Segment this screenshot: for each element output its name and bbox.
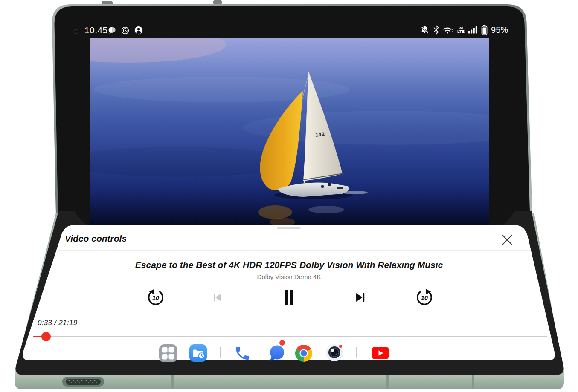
taskbar-divider [356, 347, 357, 358]
video-title: Escape to the Best of 4K HDR 120FPS Dolb… [0, 260, 578, 270]
previous-track-button[interactable] [211, 291, 224, 304]
battery-percent: 95% [491, 25, 508, 35]
playback-time: 0:33 / 21:19 [38, 319, 77, 327]
status-left-icons [107, 26, 143, 35]
close-icon[interactable] [501, 234, 513, 246]
notifications-off-icon [420, 25, 430, 35]
antenna-seam [171, 375, 174, 389]
bluetooth-icon [433, 25, 439, 35]
device-frame: 142 ⎯⎯ [0, 0, 578, 392]
svg-text:10: 10 [421, 294, 428, 301]
youtube-app-icon[interactable] [372, 347, 389, 359]
antenna-seam [472, 375, 474, 389]
files-app-icon[interactable] [189, 344, 207, 362]
hinge-nub-right [213, 0, 222, 4]
panel-drag-handle[interactable] [277, 227, 301, 229]
messages-app-icon[interactable] [268, 344, 286, 362]
taskbar-divider [220, 347, 221, 358]
messages-notification-dot [279, 340, 285, 346]
seek-bar-thumb[interactable] [41, 332, 51, 341]
chrome-app-icon[interactable] [295, 345, 312, 362]
signal-strength-icon [468, 26, 478, 34]
wifi-icon [443, 25, 454, 35]
screenshot-stage: 142 ⎯⎯ [0, 0, 578, 392]
music-spiral-icon [121, 26, 130, 35]
speaker-grille [62, 377, 104, 387]
rewind-10-button[interactable]: 10 [146, 288, 166, 307]
account-icon [134, 26, 143, 35]
antenna-seam [386, 375, 389, 389]
front-camera [74, 29, 78, 34]
header-divider [57, 250, 531, 251]
chat-bubble-icon [107, 26, 116, 35]
pause-button[interactable] [280, 288, 299, 307]
camera-app-icon[interactable] [324, 342, 345, 363]
svg-text:10: 10 [152, 294, 159, 301]
panel-title: Video controls [65, 233, 127, 244]
camera-recording-dot [339, 345, 342, 348]
video-surface: 142 ⎯⎯ [30, 27, 542, 227]
battery-icon [481, 24, 488, 35]
forward-10-button[interactable]: 10 [415, 288, 434, 307]
phone-app-icon[interactable] [234, 345, 251, 362]
volte-indicator: Vo LTE [457, 26, 465, 34]
status-right-icons: Vo LTE 95% [420, 24, 508, 35]
video-subtitle: Dolby Vision Demo 4K [0, 273, 578, 280]
sail-number: 142 [315, 131, 325, 138]
seek-bar-track[interactable] [33, 336, 547, 337]
status-time: 10:45 [84, 25, 108, 35]
app-drawer-button[interactable] [159, 344, 177, 362]
next-track-button[interactable] [353, 290, 368, 305]
svg-text:⎯⎯: ⎯⎯ [317, 125, 321, 129]
